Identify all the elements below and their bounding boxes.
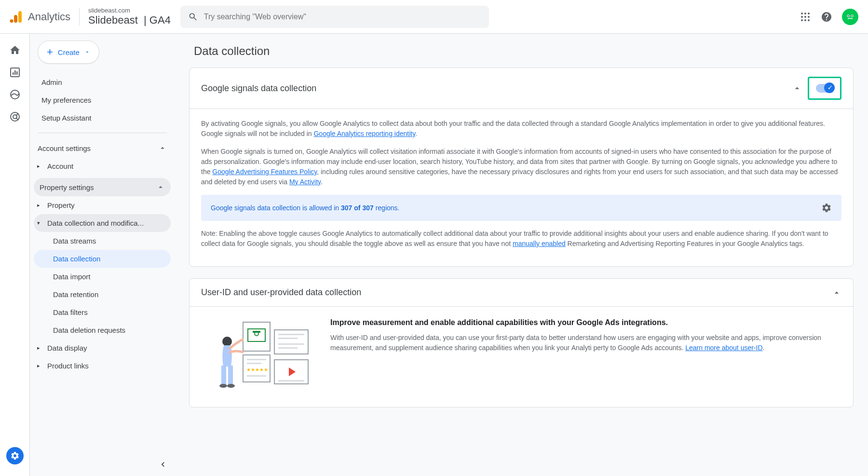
header-divider bbox=[79, 8, 80, 26]
search-input[interactable] bbox=[204, 13, 481, 21]
svg-point-11 bbox=[808, 19, 810, 21]
svg-point-7 bbox=[804, 16, 806, 18]
property-domain: slidebeast.com bbox=[88, 7, 171, 14]
svg-point-10 bbox=[804, 19, 806, 21]
logo-section[interactable]: Analytics bbox=[10, 10, 70, 24]
search-icon bbox=[188, 12, 198, 22]
svg-point-4 bbox=[804, 13, 806, 14]
app-header: Analytics slidebeast.com Slidebeast | GA… bbox=[0, 0, 868, 34]
svg-point-6 bbox=[801, 16, 803, 18]
svg-point-5 bbox=[808, 13, 810, 14]
svg-point-2 bbox=[10, 19, 14, 23]
user-avatar[interactable] bbox=[842, 9, 858, 25]
property-selector[interactable]: slidebeast.com Slidebeast | GA4 bbox=[88, 7, 171, 27]
svg-point-9 bbox=[801, 19, 803, 21]
svg-point-15 bbox=[852, 15, 853, 16]
help-icon[interactable] bbox=[821, 11, 832, 23]
apps-icon[interactable] bbox=[800, 11, 811, 23]
analytics-logo-icon bbox=[10, 10, 23, 24]
svg-point-3 bbox=[801, 13, 803, 14]
svg-rect-1 bbox=[14, 15, 17, 23]
property-name: Slidebeast | GA4 bbox=[88, 14, 171, 27]
svg-point-8 bbox=[808, 16, 810, 18]
product-name: Analytics bbox=[28, 11, 70, 23]
search-box[interactable] bbox=[180, 6, 489, 28]
svg-rect-0 bbox=[18, 11, 22, 23]
svg-point-14 bbox=[848, 15, 849, 16]
